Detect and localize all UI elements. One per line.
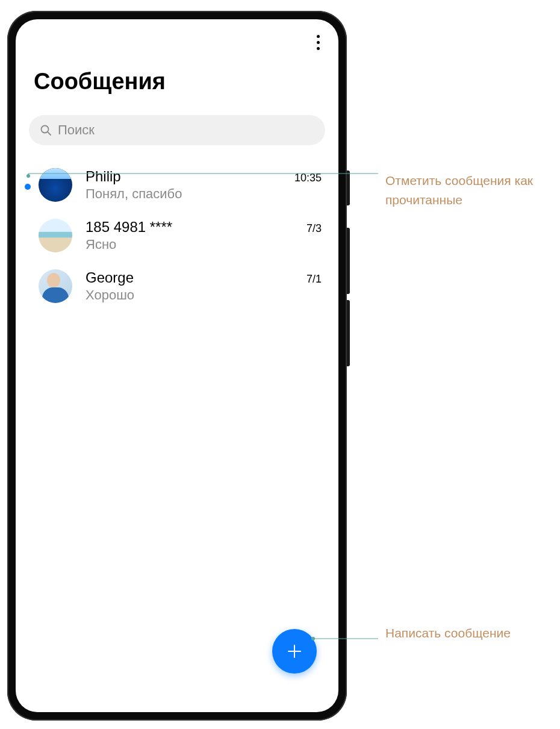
annotation-mark-read: Отметить сообщения как прочитанные [385,171,542,209]
contact-name: 185 4981 **** [86,219,172,236]
conversation-row[interactable]: 185 4981 **** 7/3 Ясно [16,210,338,261]
search-placeholder: Поиск [58,122,95,138]
annotation-compose: Написать сообщение [385,624,542,643]
avatar [39,219,72,252]
message-preview: Понял, спасибо [86,186,322,202]
compose-button[interactable] [272,629,317,674]
plus-icon [286,643,303,660]
conversation-row[interactable]: Philip 10:35 Понял, спасибо [16,160,338,210]
contact-name: George [86,269,134,286]
phone-side-button [347,171,350,205]
conversation-row[interactable]: George 7/1 Хорошо [16,261,338,311]
search-input[interactable]: Поиск [29,115,325,145]
conversation-content: Philip 10:35 Понял, спасибо [86,168,322,202]
conversation-content: 185 4981 **** 7/3 Ясно [86,219,322,252]
timestamp: 7/3 [306,222,322,235]
phone-frame: Сообщения Поиск Philip 10:35 Понял, спас… [7,11,347,721]
status-bar [16,19,338,48]
timestamp: 10:35 [294,172,322,184]
page-title: Сообщения [16,48,338,115]
conversation-content: George 7/1 Хорошо [86,269,322,303]
phone-side-button [347,228,350,294]
screen: Сообщения Поиск Philip 10:35 Понял, спас… [16,19,338,712]
phone-side-button [347,300,350,366]
avatar [39,168,72,202]
message-preview: Хорошо [86,287,322,303]
contact-name: Philip [86,168,121,185]
conversation-list: Philip 10:35 Понял, спасибо 185 4981 ***… [16,156,338,712]
unread-indicator-icon [25,184,31,190]
search-icon [40,124,52,136]
avatar [39,269,72,303]
timestamp: 7/1 [306,273,322,286]
message-preview: Ясно [86,237,322,252]
svg-line-1 [48,132,51,135]
